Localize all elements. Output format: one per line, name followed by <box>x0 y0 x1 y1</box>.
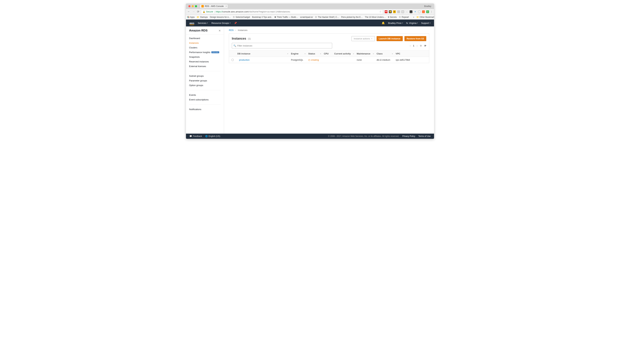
bookmark-item[interactable]: Design lessons for e… <box>210 16 231 18</box>
ext-chevron-icon[interactable]: ︿ <box>405 10 408 13</box>
col-db-instance[interactable]: DB instance▾ <box>236 51 290 57</box>
col-vpc[interactable]: VPC <box>394 51 413 57</box>
ext-green-icon[interactable]: Q <box>426 10 429 13</box>
address-bar[interactable]: 🔒 Secure | https://console.aws.amazon.co… <box>201 10 383 14</box>
col-cpu[interactable]: CPU <box>323 51 333 57</box>
refresh-icon[interactable]: ⟳ <box>424 44 426 47</box>
minimize-window-icon[interactable] <box>192 5 194 7</box>
globe-icon: 🌐 <box>205 135 208 137</box>
prev-page-icon[interactable]: ‹ <box>410 44 411 47</box>
ext-note-icon[interactable] <box>401 10 404 13</box>
bookmark-item[interactable]: 🗋 Repeat! <box>399 16 409 18</box>
table-row[interactable]: produciton PostgreSQL ◴creating none db.… <box>229 57 429 63</box>
bookmark-item[interactable]: The 10 Most Underu… <box>365 16 386 18</box>
sidebar-item-events[interactable]: Events <box>186 93 224 97</box>
restore-from-s3-button[interactable]: Restore from S3 <box>404 36 426 41</box>
ext-tamper-icon[interactable]: 🙂 <box>389 10 392 13</box>
settings-gear-icon[interactable]: ⚙ <box>420 44 422 47</box>
sidebar-item-notifications[interactable]: Notifications <box>186 107 224 112</box>
browser-tab[interactable]: RDS · AWS Console × <box>200 4 228 8</box>
col-current-activity[interactable]: Current activity▾ <box>333 51 355 57</box>
sidebar-close-icon[interactable]: ✕ <box>218 29 221 32</box>
services-menu[interactable]: Services▾ <box>198 22 208 24</box>
bookmark-item[interactable]: $ Secrets <box>388 16 397 18</box>
sort-icon: ▾ <box>287 53 288 55</box>
notifications-icon[interactable]: 🔔 <box>382 21 385 25</box>
sort-icon: ▾ <box>373 53 374 55</box>
speech-bubble-icon: 💬 <box>189 135 192 137</box>
preview-badge: PREVIEW <box>211 51 219 53</box>
aws-favicon-icon <box>201 5 204 7</box>
sidebar-item-subnet-groups[interactable]: Subnet groups <box>186 74 224 78</box>
breadcrumb-current: Instances <box>238 29 248 31</box>
language-selector[interactable]: 🌐English (US) <box>205 135 220 137</box>
pin-icon[interactable]: 📌 <box>234 22 237 24</box>
col-class[interactable]: Class▾ <box>375 51 394 57</box>
breadcrumb-root[interactable]: RDS <box>229 29 233 31</box>
sidebar-item-option-groups[interactable]: Option groups <box>186 83 224 88</box>
main-content: RDS › Instances Instances (1) Instance a… <box>224 27 434 134</box>
bookmark-item[interactable]: Pens picked by the E… <box>341 16 363 18</box>
status-badge: ◴creating <box>308 58 319 61</box>
instance-actions-button[interactable]: Instance actions▼ <box>352 36 375 41</box>
chrome-menu-icon[interactable]: ⋮ <box>430 10 433 13</box>
ext-orange-icon[interactable]: ⬚ <box>422 10 425 13</box>
ext-pocket-icon[interactable]: ◡ <box>410 10 412 13</box>
launch-db-instance-button[interactable]: Launch DB instance <box>377 36 403 41</box>
bookmark-item[interactable]: Bootstrap 3 Tips and.. <box>252 16 272 18</box>
table-header-row: DB instance▾ Engine▾ Status▾ CPU Current… <box>229 50 429 57</box>
bookmark-item[interactable]: 🗋 The Hacker Shelf | C… <box>315 16 339 18</box>
other-bookmarks[interactable]: 📁 Other Bookmarks <box>416 16 434 18</box>
bookmarks-overflow-icon[interactable]: » <box>413 16 414 18</box>
ext-gcal-icon[interactable]: 5 <box>393 10 396 13</box>
ext-gray-icon[interactable] <box>397 10 400 13</box>
account-menu[interactable]: Bradley Price▾ <box>388 22 403 24</box>
maximize-window-icon[interactable] <box>195 5 197 7</box>
terms-of-use-link[interactable]: Terms of Use <box>418 135 431 137</box>
filter-input[interactable] <box>237 44 331 47</box>
bookmark-item[interactable]: 📁 Startups <box>197 16 208 18</box>
row-select-radio[interactable] <box>232 59 234 61</box>
next-page-icon[interactable]: › <box>417 44 418 47</box>
sidebar-item-event-subscriptions[interactable]: Event subscriptions <box>186 97 224 102</box>
secure-label: Secure <box>206 10 213 13</box>
bookmark-item[interactable]: 🗋 SelectorGadget <box>233 16 250 18</box>
col-engine[interactable]: Engine▾ <box>290 51 307 57</box>
bookmark-item[interactable]: ✱ Think Traffic — Build… <box>274 16 298 18</box>
sidebar-item-reserved-instances[interactable]: Reserved instances <box>186 59 224 64</box>
bookmark-item[interactable]: scratchpad.io/ <box>300 16 313 18</box>
page-number: 1 <box>413 44 414 47</box>
sidebar-item-parameter-groups[interactable]: Parameter groups <box>186 78 224 83</box>
chrome-profile[interactable]: Bradley <box>424 5 431 7</box>
sidebar-item-dashboard[interactable]: Dashboard <box>186 36 224 41</box>
sidebar-item-performance-insights[interactable]: Performance InsightsPREVIEW <box>186 50 224 55</box>
sidebar-item-instances[interactable]: Instances <box>186 41 224 45</box>
db-instance-link[interactable]: produciton <box>239 58 250 61</box>
aws-logo[interactable]: aws <box>189 22 194 25</box>
sidebar-title: Amazon RDS <box>189 29 208 32</box>
apps-grid-icon <box>187 16 189 18</box>
url-host: console.aws.amazon.com <box>223 10 248 13</box>
filter-instances-input[interactable]: 🔍 <box>232 43 332 48</box>
region-menu[interactable]: N. Virginia▾ <box>406 22 418 24</box>
browser-tab-bar: RDS · AWS Console × Bradley <box>186 4 434 9</box>
back-icon[interactable]: ← <box>187 10 190 13</box>
ext-circle-icon[interactable] <box>418 10 421 13</box>
sidebar-item-clusters[interactable]: Clusters <box>186 45 224 50</box>
ext-blue-icon[interactable]: ✱ <box>414 10 417 13</box>
feedback-link[interactable]: 💬Feedback <box>189 135 202 137</box>
sidebar-item-external-licenses[interactable]: External licenses <box>186 64 224 69</box>
reload-icon[interactable]: ⟳ <box>197 10 199 13</box>
sidebar-item-snapshots[interactable]: Snapshots <box>186 55 224 59</box>
privacy-policy-link[interactable]: Privacy Policy <box>402 135 415 137</box>
apps-shortcut[interactable]: Apps <box>187 16 195 18</box>
resource-groups-menu[interactable]: Resource Groups▾ <box>211 22 231 24</box>
support-menu[interactable]: Support▾ <box>421 22 431 24</box>
close-window-icon[interactable] <box>188 5 190 7</box>
close-tab-icon[interactable]: × <box>226 5 227 7</box>
bookmark-star-icon[interactable]: ☆ <box>379 10 381 13</box>
col-maintenance[interactable]: Maintenance▾ <box>355 51 375 57</box>
col-status[interactable]: Status▾ <box>307 51 323 57</box>
address-bar-row: ← → ⟳ 🔒 Secure | https://console.aws.ama… <box>186 9 434 15</box>
ext-abp-icon[interactable]: AB <box>385 10 388 13</box>
